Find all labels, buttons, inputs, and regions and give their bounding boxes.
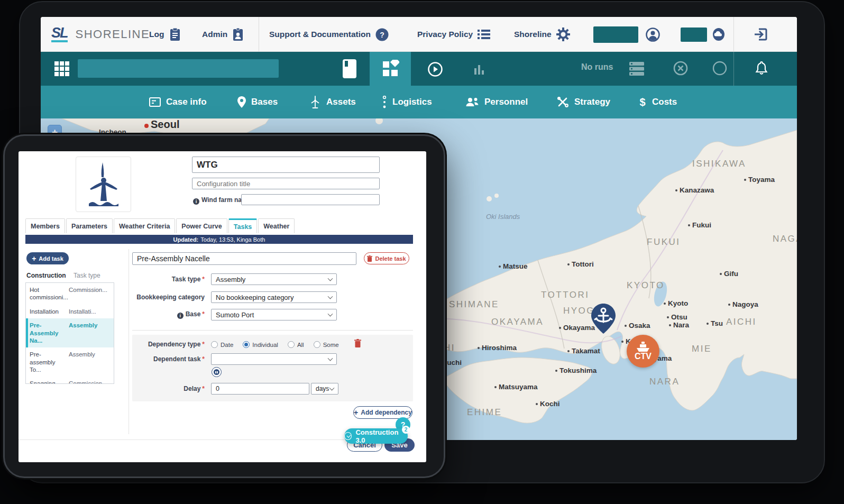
plus-icon <box>32 255 36 262</box>
map-label: SHIMANE <box>449 299 499 310</box>
menu-log[interactable]: Log <box>149 17 181 52</box>
config-name-input[interactable] <box>192 157 380 173</box>
delete-task-button[interactable]: Delete task <box>364 252 409 264</box>
task-row[interactable]: InstallationInstallati... <box>26 305 114 318</box>
user-avatar-button[interactable] <box>646 17 660 52</box>
version-badge[interactable]: Construction 3.0 <box>344 428 408 444</box>
task-row-selected[interactable]: Pre-Assembly Na...Assembly <box>26 318 114 347</box>
menu-admin[interactable]: Admin <box>202 17 244 52</box>
chevron-down-icon <box>328 294 333 299</box>
task-row[interactable]: Hot commissioni...Commission... <box>26 283 114 305</box>
dependent-task-row: Dependent task <box>132 353 413 365</box>
tab-power-curve[interactable]: Power Curve <box>176 218 227 233</box>
cloud-status-button[interactable] <box>711 17 726 52</box>
task-type: Commission... <box>69 286 111 301</box>
nav-bases[interactable]: Bases <box>237 86 278 118</box>
task-row[interactable]: Pre-assembly To...Assembly <box>26 347 114 377</box>
updated-bar: Updated: Today, 13:53, Kinga Both <box>25 235 413 244</box>
radio-checked-icon <box>243 341 250 348</box>
base-select[interactable]: Sumoto Port <box>211 309 337 320</box>
ctv-vessel-marker[interactable]: CTV <box>627 335 659 368</box>
tab-parameters[interactable]: Parameters <box>66 218 113 233</box>
radio-all[interactable]: All <box>288 340 314 349</box>
footer-divider <box>19 439 344 440</box>
task-type-select[interactable]: Assembly <box>211 273 337 285</box>
nav-personnel[interactable]: Personnel <box>465 86 528 118</box>
nav-assets[interactable]: Assets <box>309 86 356 118</box>
results-chart-icon[interactable] <box>473 63 486 77</box>
map-label: Matsuyama <box>494 382 538 391</box>
toolbar-divider <box>733 52 734 86</box>
active-module-tab[interactable] <box>370 52 411 86</box>
nav-costs[interactable]: $ Costs <box>638 86 677 118</box>
logo-text: SHORELINE <box>76 28 150 41</box>
bookkeeping-label: Bookkeeping category <box>132 294 205 301</box>
cancel-run-icon[interactable] <box>673 61 688 78</box>
status-circle-icon[interactable] <box>712 61 727 78</box>
menu-settings[interactable]: Shoreline <box>514 17 570 52</box>
chevron-down-icon <box>328 356 333 361</box>
radio-some[interactable]: Some <box>314 340 348 349</box>
port-anchor-marker[interactable] <box>591 304 616 334</box>
radio-icon <box>211 341 218 348</box>
task-row[interactable]: SnaggingCommission... <box>26 377 114 384</box>
map-label: Gifu <box>720 269 738 278</box>
section-divider <box>132 330 413 331</box>
radio-date[interactable]: Date <box>211 340 243 349</box>
dependency-mode-toggle[interactable] <box>212 367 222 377</box>
task-list: Hot commissioni...Commission... Installa… <box>25 282 114 384</box>
menu-privacy[interactable]: Privacy Policy <box>417 17 490 52</box>
runs-queue-icon[interactable] <box>629 61 645 78</box>
map-label: Tottori <box>567 259 594 269</box>
menu-log-label: Log <box>149 30 164 39</box>
task-type: Commission... <box>69 380 111 384</box>
radio-label: Date <box>221 342 233 348</box>
logout-button[interactable] <box>754 17 768 52</box>
bookkeeping-select[interactable]: No bookkeeping category <box>211 291 337 303</box>
menu-support[interactable]: Support & Documentation ? <box>269 17 389 52</box>
nav-strategy[interactable]: Strategy <box>556 86 610 118</box>
radio-label: Individual <box>252 342 278 348</box>
map-label: Okayama <box>559 323 595 332</box>
tab-weather[interactable]: Weather <box>258 218 295 233</box>
info-icon <box>177 313 184 319</box>
dependent-task-label: Dependent task <box>132 355 205 363</box>
map-label: Kochi <box>536 399 560 408</box>
cloud-icon <box>711 27 726 42</box>
dependent-task-select[interactable] <box>211 353 337 365</box>
app-logo[interactable]: SL SHORELINE <box>51 17 150 52</box>
tab-members[interactable]: Members <box>25 218 65 233</box>
delay-row: Delay days <box>132 383 413 395</box>
config-title-input[interactable] <box>192 178 380 189</box>
add-task-button[interactable]: Add task <box>26 252 69 264</box>
logout-icon <box>754 27 768 42</box>
dependency-type-label: Dependency type <box>132 341 205 348</box>
wind-farm-input[interactable] <box>241 194 380 205</box>
ship-icon <box>636 342 650 352</box>
nav-case-info[interactable]: Case info <box>149 86 207 118</box>
run-play-button[interactable] <box>427 61 443 79</box>
delete-dependency-button[interactable] <box>354 339 361 350</box>
delay-unit-select[interactable]: days <box>311 383 338 395</box>
task-name-input[interactable] <box>132 252 356 265</box>
notebook-icon[interactable] <box>342 59 357 81</box>
header-divider <box>259 17 259 52</box>
map-label: Tsu <box>707 318 723 328</box>
notifications-bell-icon[interactable] <box>755 61 768 78</box>
route-dots-icon <box>382 96 387 108</box>
delay-input[interactable] <box>211 383 309 395</box>
radio-label: All <box>297 342 304 348</box>
modules-icon <box>381 60 399 78</box>
radio-icon <box>314 341 320 348</box>
tab-weather-criteria[interactable]: Weather Criteria <box>114 218 175 233</box>
radio-individual[interactable]: Individual <box>243 340 288 349</box>
apps-grid-icon[interactable] <box>54 61 70 79</box>
id-badge-icon <box>232 28 244 41</box>
tab-tasks[interactable]: Tasks <box>228 218 258 233</box>
search-input[interactable] <box>78 59 279 78</box>
wind-turbine-image-icon <box>85 161 123 208</box>
map-label: Takamat <box>567 346 600 355</box>
nav-logistics[interactable]: Logistics <box>382 86 432 118</box>
redacted-username-block <box>593 26 638 43</box>
map-label: Oki Islands <box>486 212 520 221</box>
